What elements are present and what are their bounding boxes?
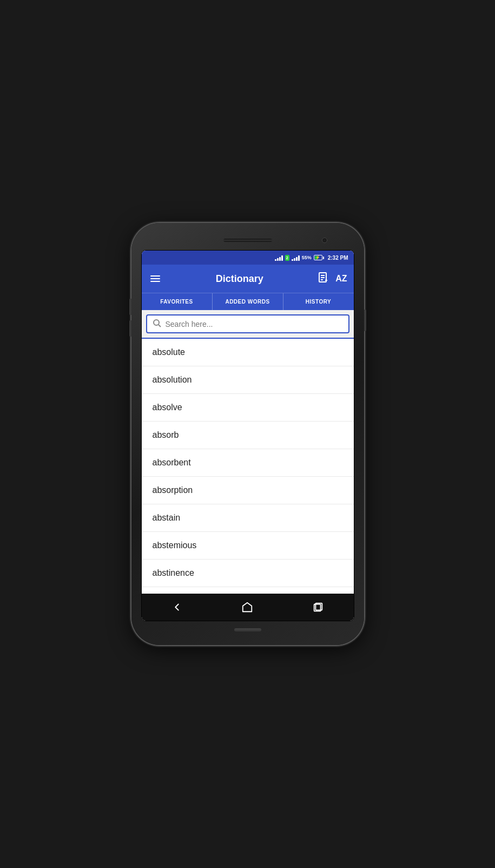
status-bar: 2 55% ⚡ 2: <box>142 251 354 265</box>
bottom-nav <box>142 594 354 621</box>
app-title: Dictionary <box>168 273 312 285</box>
word-list: absoluteabsolutionabsolveabsorbabsorbent… <box>142 339 354 594</box>
battery-percent: 55% <box>302 255 312 260</box>
tab-history[interactable]: HISTORY <box>283 293 354 310</box>
list-item[interactable]: absolve <box>142 394 354 422</box>
app-header: Dictionary AZ <box>142 265 354 293</box>
header-icons: AZ <box>317 272 347 286</box>
front-camera <box>322 238 327 243</box>
list-item[interactable]: absorbent <box>142 449 354 477</box>
home-button[interactable] <box>233 599 262 615</box>
status-icons: 2 55% ⚡ 2: <box>275 254 348 261</box>
phone-screen: 2 55% ⚡ 2: <box>141 250 354 621</box>
status-time: 2:32 PM <box>328 255 348 261</box>
tab-favorites[interactable]: FAVORITES <box>142 293 213 310</box>
list-item[interactable]: absorption <box>142 477 354 504</box>
list-item[interactable]: absorb <box>142 422 354 449</box>
signal-1-icon <box>275 254 283 261</box>
power-button[interactable] <box>364 310 366 331</box>
hamburger-menu-button[interactable] <box>148 273 162 284</box>
sort-az-button[interactable]: AZ <box>335 274 347 284</box>
speaker-grille <box>223 239 272 242</box>
list-item[interactable]: absolute <box>142 339 354 366</box>
svg-line-7 <box>159 325 161 327</box>
phone-frame: 2 55% ⚡ 2: <box>131 223 364 645</box>
list-item[interactable]: abstain <box>142 504 354 532</box>
tabs-bar: FAVORITES ADDED WORDS HISTORY <box>142 293 354 310</box>
battery-icon: ⚡ <box>314 255 324 260</box>
phone-top-bar <box>141 233 354 248</box>
phone-bottom <box>141 624 354 635</box>
svg-point-6 <box>154 320 159 325</box>
recents-button[interactable] <box>303 599 333 615</box>
search-icon <box>153 319 161 329</box>
list-item[interactable]: absolution <box>142 366 354 394</box>
volume-up-button[interactable] <box>129 299 131 315</box>
list-item[interactable]: abstinence <box>142 560 354 587</box>
home-button-physical[interactable] <box>234 628 261 632</box>
tab-added-words[interactable]: ADDED WORDS <box>213 293 283 310</box>
search-box <box>146 314 349 333</box>
network-badge: 2 <box>285 255 289 261</box>
volume-down-button[interactable] <box>129 320 131 337</box>
signal-2-icon <box>292 254 300 261</box>
search-input[interactable] <box>166 320 343 328</box>
list-item[interactable]: abstemious <box>142 532 354 560</box>
search-container <box>142 310 354 339</box>
list-item[interactable]: abstract <box>142 587 354 594</box>
add-word-button[interactable] <box>317 272 329 286</box>
back-button[interactable] <box>162 599 192 615</box>
